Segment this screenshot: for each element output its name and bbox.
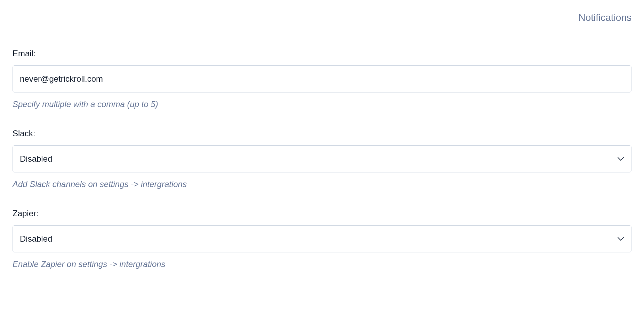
zapier-selected-value: Disabled	[20, 234, 52, 244]
chevron-down-icon	[617, 157, 624, 161]
slack-group: Slack: Disabled Add Slack channels on se…	[13, 129, 631, 189]
slack-selected-value: Disabled	[20, 154, 52, 164]
zapier-help-text: Enable Zapier on settings -> intergratio…	[13, 259, 631, 269]
zapier-select[interactable]: Disabled	[13, 225, 631, 252]
email-group: Email: Specify multiple with a comma (up…	[13, 49, 631, 109]
email-help-text: Specify multiple with a comma (up to 5)	[13, 99, 631, 109]
section-title: Notifications	[13, 12, 631, 29]
zapier-label: Zapier:	[13, 209, 631, 218]
email-input[interactable]	[13, 65, 631, 92]
zapier-group: Zapier: Disabled Enable Zapier on settin…	[13, 209, 631, 269]
slack-label: Slack:	[13, 129, 631, 138]
slack-help-text: Add Slack channels on settings -> interg…	[13, 179, 631, 189]
chevron-down-icon	[617, 237, 624, 241]
slack-select[interactable]: Disabled	[13, 145, 631, 172]
email-label: Email:	[13, 49, 631, 58]
